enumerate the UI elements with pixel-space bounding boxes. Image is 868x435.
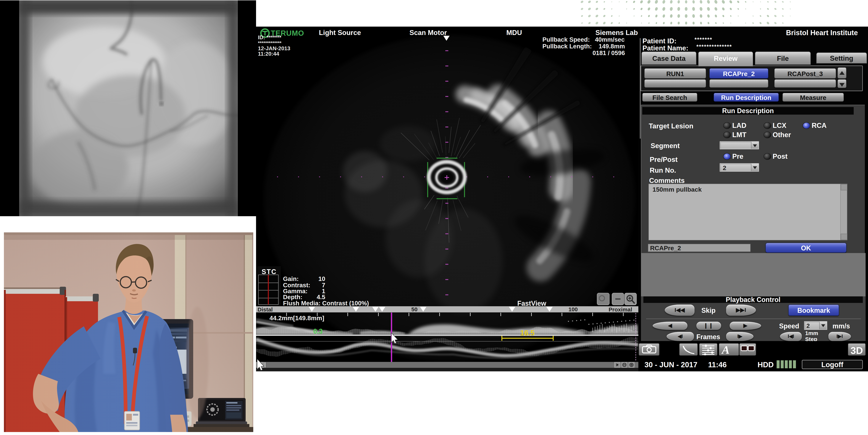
svg-text:100: 100: [568, 306, 578, 312]
svg-text:Proximal: Proximal: [609, 307, 632, 313]
svg-text:50: 50: [411, 306, 417, 312]
svg-text:Flush Media: Contrast (100%): Flush Media: Contrast (100%): [283, 300, 369, 307]
svg-text:10: 10: [318, 276, 325, 282]
svg-text:44.2mm[149.8mm]: 44.2mm[149.8mm]: [270, 314, 324, 321]
svg-text:Depth:: Depth:: [283, 294, 302, 300]
svg-text:FastView: FastView: [517, 299, 546, 307]
svg-text:Gain:: Gain:: [283, 276, 299, 282]
svg-text:A: A: [721, 344, 730, 355]
svg-text:0.3: 0.3: [313, 327, 322, 335]
svg-text:16.5: 16.5: [520, 329, 535, 337]
svg-text:STC: STC: [261, 268, 277, 276]
svg-text:4.5: 4.5: [317, 294, 325, 300]
svg-text:Distal: Distal: [257, 307, 273, 313]
